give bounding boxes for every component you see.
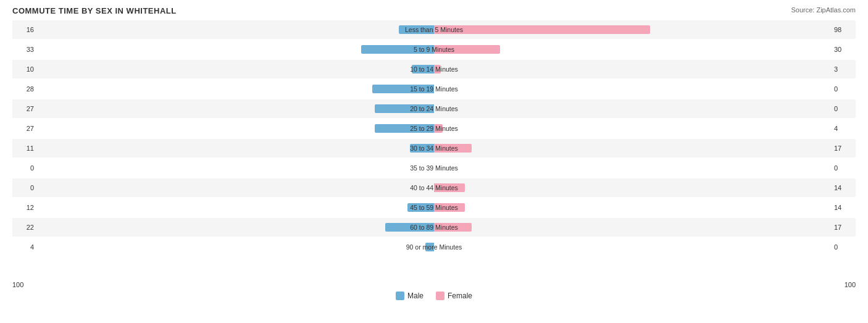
row-label: 35 to 39 Minutes [410, 164, 458, 172]
left-value: 27 [12, 125, 37, 132]
left-value: 10 [12, 65, 37, 73]
center-bar-area: 10 to 14 Minutes [37, 60, 831, 78]
male-bar [375, 124, 434, 133]
female-bar [434, 25, 650, 34]
right-value: 0 [831, 164, 856, 172]
right-value: 3 [831, 65, 856, 73]
chart-row: 27 20 to 24 Minutes 0 [12, 99, 856, 118]
male-bar [361, 45, 434, 54]
chart-row: 27 25 to 29 Minutes 4 [12, 119, 856, 138]
male-bar [410, 144, 434, 153]
male-bar [385, 223, 434, 232]
center-bar-area: 5 to 9 Minutes [37, 40, 831, 59]
chart-row: 16 Less than 5 Minutes 98 [12, 20, 856, 39]
male-legend-box [396, 292, 404, 300]
right-value: 98 [831, 26, 856, 33]
chart-title: COMMUTE TIME BY SEX IN WHITEHALL [12, 6, 856, 15]
legend-female: Female [436, 292, 472, 300]
axis-min-left: 100 [12, 281, 37, 288]
left-value: 16 [12, 26, 37, 33]
center-bar-area: 35 to 39 Minutes [37, 159, 831, 177]
chart-row: 12 45 to 59 Minutes 14 [12, 198, 856, 217]
male-bar [412, 65, 434, 73]
male-bar [425, 243, 434, 251]
left-value: 33 [12, 46, 37, 53]
chart-row: 28 15 to 19 Minutes 0 [12, 80, 856, 98]
female-bar [434, 65, 441, 73]
male-bar [375, 104, 434, 113]
legend: Male Female [12, 292, 856, 300]
center-bar-area: 40 to 44 Minutes [37, 178, 831, 197]
right-value: 17 [831, 145, 856, 152]
female-bar [434, 45, 500, 54]
chart-area: 16 Less than 5 Minutes 98 33 [12, 20, 856, 280]
center-bar-area: 45 to 59 Minutes [37, 198, 831, 217]
center-bar-area: 20 to 24 Minutes [37, 99, 831, 118]
center-bar-area: 30 to 34 Minutes [37, 139, 831, 157]
center-bar-area: 15 to 19 Minutes [37, 80, 831, 98]
right-value: 0 [831, 85, 856, 93]
right-value: 14 [831, 184, 856, 191]
left-value: 0 [12, 184, 37, 191]
female-bar [434, 144, 472, 153]
source-label: Source: ZipAtlas.com [791, 6, 856, 14]
right-value: 0 [831, 243, 856, 251]
center-bar-area: 25 to 29 Minutes [37, 119, 831, 138]
left-value: 22 [12, 224, 37, 231]
female-bar [434, 124, 443, 133]
left-value: 11 [12, 145, 37, 152]
left-value: 27 [12, 105, 37, 112]
chart-row: 11 30 to 34 Minutes 17 [12, 139, 856, 157]
male-bar [372, 85, 434, 93]
female-bar [434, 223, 472, 232]
left-value: 28 [12, 85, 37, 93]
right-value: 30 [831, 46, 856, 53]
right-value: 4 [831, 125, 856, 132]
row-label: 90 or more Minutes [406, 243, 462, 251]
center-bar-area: 60 to 89 Minutes [37, 218, 831, 237]
female-legend-box [436, 292, 444, 300]
male-bar [399, 25, 434, 34]
right-value: 14 [831, 204, 856, 211]
chart-container: COMMUTE TIME BY SEX IN WHITEHALL Source:… [0, 0, 868, 323]
chart-row: 33 5 to 9 Minutes 30 [12, 40, 856, 59]
chart-row: 22 60 to 89 Minutes 17 [12, 218, 856, 237]
chart-row: 4 90 or more Minutes 0 [12, 238, 856, 256]
legend-male: Male [396, 292, 424, 300]
male-bar [407, 203, 434, 212]
right-value: 17 [831, 224, 856, 231]
right-value: 0 [831, 105, 856, 112]
chart-row: 0 40 to 44 Minutes 14 [12, 178, 856, 197]
center-bar-area: Less than 5 Minutes [37, 20, 831, 39]
left-value: 0 [12, 164, 37, 172]
left-value: 12 [12, 204, 37, 211]
axis-max-right: 100 [831, 281, 856, 288]
female-bar [434, 203, 465, 212]
axis-labels: 100 100 [12, 281, 856, 288]
chart-row: 10 10 to 14 Minutes 3 [12, 60, 856, 78]
chart-row: 0 35 to 39 Minutes 0 [12, 159, 856, 177]
female-bar [434, 183, 465, 192]
center-bar-area: 90 or more Minutes [37, 238, 831, 256]
left-value: 4 [12, 243, 37, 251]
male-legend-label: Male [407, 292, 424, 300]
female-legend-label: Female [448, 292, 472, 300]
